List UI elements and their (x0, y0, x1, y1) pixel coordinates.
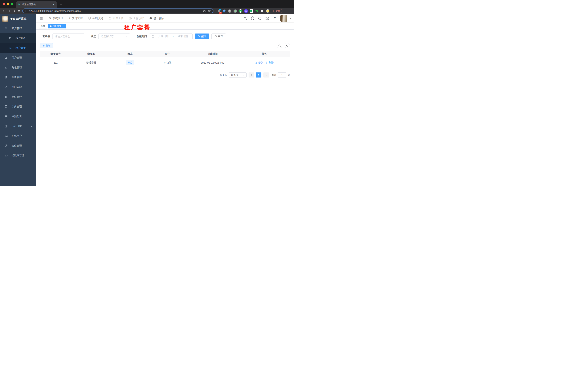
peoples-icon (8, 37, 12, 40)
online-icon (4, 135, 8, 138)
sidebar-item-tenant-list[interactable]: 租户列表 (0, 33, 36, 43)
sidebar-logo[interactable]: 芋道管理系统 (0, 14, 36, 23)
window-minimize-button[interactable] (7, 3, 9, 5)
sidebar-item-post-management[interactable]: 岗位管理 (0, 92, 36, 102)
sidebar-item-audit-log[interactable]: 审计日志 (0, 121, 36, 131)
extension-shield-icon[interactable]: ◉ (244, 9, 248, 13)
toggle-search-icon[interactable] (277, 43, 282, 48)
col-header-status: 状态 (111, 52, 149, 56)
sidebar-item-error-code[interactable]: 错误码管理 (0, 151, 36, 160)
add-button[interactable]: 新增 (40, 43, 53, 48)
extension-gem-icon[interactable] (222, 9, 226, 13)
prev-page-button[interactable] (249, 73, 254, 77)
sidebar-fold-icon[interactable] (36, 16, 46, 20)
top-menu: 系统管理 ¥ 支付管理 基础设施 研发工具 (46, 14, 167, 23)
sidebar-item-online-users[interactable]: 在线用户 (0, 131, 36, 141)
favicon-plant-icon (18, 3, 21, 6)
edit-link[interactable]: 修改 (255, 61, 263, 64)
github-icon[interactable] (251, 16, 254, 20)
sidebar-item-dept-management[interactable]: 部门管理 (0, 82, 36, 92)
sidebar-submenu-tenant: 租户列表 租户套餐 (0, 33, 36, 53)
sidebar-item-menu-management[interactable]: 菜单管理 (0, 73, 36, 82)
extension-chat-icon[interactable] (250, 9, 253, 13)
tag-tenant-package[interactable]: 租户套餐 × (48, 24, 66, 28)
new-tab-button[interactable]: + (60, 2, 62, 6)
status-select[interactable]: 请选择状态 (98, 33, 130, 39)
date-start-placeholder: 开始日期 (156, 35, 171, 38)
delete-link[interactable]: 删除 (265, 61, 273, 64)
search-icon[interactable] (243, 17, 247, 20)
sidebar-item-label: 审计日志 (11, 125, 22, 128)
cell-id: 111 (40, 61, 71, 64)
window-zoom-button[interactable] (11, 3, 13, 5)
top-menu-system[interactable]: 系统管理 (46, 14, 66, 23)
tag-close-icon[interactable]: × (63, 25, 64, 27)
window-controls (3, 3, 13, 5)
sidebar-item-user-management[interactable]: 用户管理 (0, 53, 36, 63)
browser-update-button[interactable]: 更新 (273, 9, 283, 13)
avatar-caret-icon[interactable] (290, 18, 292, 19)
window-close-button[interactable] (3, 3, 5, 5)
page-number-1[interactable]: 1 (256, 73, 262, 77)
font-size-icon[interactable]: TT (273, 17, 277, 20)
sidebar-item-sms-management[interactable]: 短信管理 (0, 141, 36, 151)
bookmark-star-icon[interactable] (208, 10, 211, 13)
tag-active-dot (50, 25, 52, 27)
extension-emoji-icon[interactable] (266, 9, 269, 13)
extension-y-icon[interactable]: y (239, 9, 242, 13)
forward-icon[interactable] (7, 10, 10, 13)
sidebar-item-label: 部门管理 (11, 85, 22, 89)
table-tools (277, 43, 290, 48)
sidebar-item-label: 租户管理 (11, 27, 22, 30)
chevron-down-icon (31, 145, 32, 147)
monitor-icon (88, 17, 91, 20)
top-menu-workflow[interactable]: 工作流程 (126, 14, 147, 23)
sidebar-item-tenant-package[interactable]: 租户套餐 (0, 43, 36, 53)
main-area: 系统管理 ¥ 支付管理 基础设施 研发工具 (36, 14, 294, 186)
goto-label: 前往 (272, 73, 276, 77)
extension-puzzle-icon[interactable] (261, 9, 264, 13)
back-icon[interactable] (2, 10, 5, 13)
search-button[interactable]: 搜索 (195, 33, 209, 39)
browser-menu-icon[interactable]: ⋮ (286, 10, 288, 12)
sidebar-item-label: 租户列表 (16, 37, 26, 40)
extension-record-icon[interactable] (233, 9, 237, 13)
cell-created: 2022-02-22 00:54:00 (186, 61, 239, 64)
site-info-icon[interactable] (25, 10, 28, 12)
browser-tab[interactable]: 芋道管理系统 ✕ (16, 1, 57, 8)
top-menu-payment[interactable]: ¥ 支付管理 (66, 14, 85, 23)
sidebar-item-tenant-management[interactable]: 租户管理 (0, 23, 36, 33)
package-name-input[interactable] (55, 35, 82, 38)
share-icon[interactable] (203, 10, 206, 13)
top-menu-infrastructure[interactable]: 基础设施 (85, 14, 106, 23)
tag-home[interactable]: 首页 (39, 24, 47, 28)
sidebar-item-label: 字典管理 (11, 105, 22, 108)
reload-icon[interactable] (12, 10, 16, 13)
goto-page-input[interactable] (278, 73, 286, 77)
home-icon[interactable] (17, 10, 21, 13)
reset-button[interactable]: 重置 (211, 33, 226, 39)
user-icon (4, 56, 8, 59)
extension-star-icon[interactable] (255, 9, 259, 13)
top-menu-reports[interactable]: 统计报表 (147, 14, 167, 23)
cell-remark: 小功能 (149, 61, 186, 64)
extension-grid-icon[interactable]: 10 (217, 9, 220, 13)
sidebar-item-dict-management[interactable]: 字典管理 (0, 102, 36, 112)
next-page-button[interactable] (263, 73, 269, 77)
help-icon[interactable] (258, 17, 262, 20)
top-menu-dev-tools[interactable]: 研发工具 (106, 14, 126, 23)
address-bar[interactable]: 127.0.0.1:48080/admin-ui/system/tenant/p… (22, 9, 213, 13)
table-header-row: 套餐编号 套餐名 状态 备注 创建时间 操作 (40, 51, 290, 57)
page-size-select[interactable]: 10条/页 (229, 73, 247, 77)
fullscreen-icon[interactable] (265, 17, 269, 20)
tab-close-icon[interactable]: ✕ (52, 3, 55, 6)
sidebar-item-role-management[interactable]: 角色管理 (0, 63, 36, 73)
date-range-picker[interactable]: 开始日期 - 结束日期 (149, 33, 193, 39)
top-menu-label: 系统管理 (52, 17, 63, 20)
shield-check-icon (4, 144, 8, 147)
sidebar-item-notice[interactable]: 通知公告 (0, 112, 36, 121)
user-avatar[interactable] (280, 15, 287, 22)
create-time-label: 创建时间 (137, 35, 147, 38)
extension-command-icon[interactable]: ⌘ (228, 9, 231, 13)
refresh-icon[interactable] (284, 43, 290, 48)
